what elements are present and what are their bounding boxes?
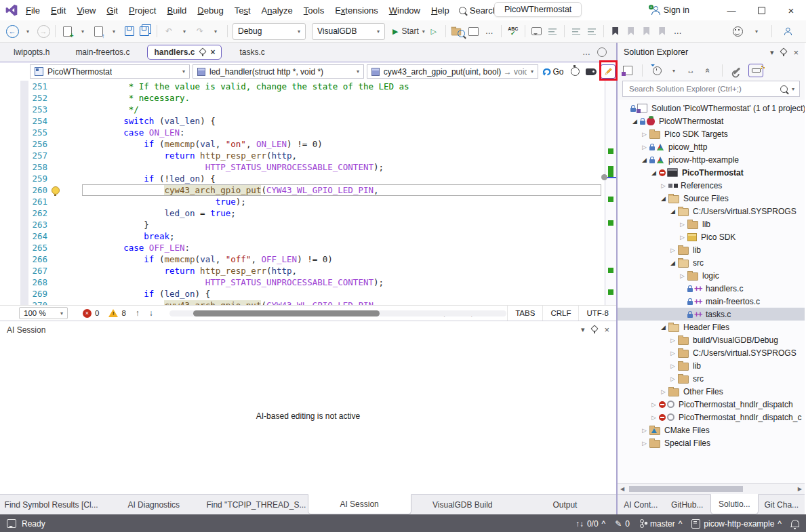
git-sync-button[interactable]: ↑↓ 0/0 ^	[576, 519, 605, 529]
tree-item-lib[interactable]: ▷lib	[618, 218, 805, 230]
expander-icon[interactable]: ▷	[639, 440, 649, 447]
tree-item-handlers-c[interactable]: ++handlers.c	[618, 282, 805, 295]
menu-git[interactable]: Git	[101, 3, 123, 18]
navigate-back-dropdown[interactable]: ▾	[21, 23, 35, 39]
tab-handlers.c[interactable]: handlers.c×	[147, 45, 222, 60]
expander-icon[interactable]: ◢	[658, 324, 668, 331]
code-line-263[interactable]: 263 }	[0, 219, 616, 230]
tree-item-picowthermostat[interactable]: ◢PicoWThermostat	[618, 115, 805, 127]
tab-solutio-[interactable]: Solutio...	[710, 494, 759, 514]
line-number[interactable]: 259	[30, 173, 47, 184]
expander-icon[interactable]: ◢	[668, 260, 678, 266]
menu-test[interactable]: Test	[229, 3, 256, 18]
tab-git-cha-[interactable]: Git Cha...	[759, 495, 805, 514]
text-editor-overflow-button[interactable]: …	[671, 23, 685, 39]
editor-vertical-scrollbar[interactable]	[605, 81, 616, 305]
close-icon[interactable]: ×	[793, 47, 799, 58]
menu-analyze[interactable]: Analyze	[256, 3, 298, 18]
notifications-button[interactable]	[791, 521, 799, 527]
code-line-268[interactable]: 268 HTTP_STATUS_UNPROCESSABLE_CONTENT);	[0, 277, 616, 288]
tree-item-picow-http[interactable]: ▷picow_http	[618, 140, 805, 153]
code-editor[interactable]: 251 * If the value is valid, change the …	[0, 81, 616, 305]
navigate-forward-button[interactable]: →	[37, 23, 50, 39]
line-number[interactable]: 252	[30, 92, 47, 104]
error-count[interactable]: 0	[95, 309, 99, 317]
menu-build[interactable]: Build	[161, 3, 192, 18]
code-line-270[interactable]: 270 cyw43_arch_gpio_put(CYW43_WL_GPIO_LE…	[0, 300, 616, 305]
tree-item-src[interactable]: ◢src	[618, 256, 805, 269]
minimize-button[interactable]: —	[717, 0, 746, 20]
line-number[interactable]: 270	[30, 300, 47, 305]
scroll-left-icon[interactable]: ◀	[620, 486, 624, 492]
collapse-all-button[interactable]: «	[702, 64, 713, 77]
toggle-comment-button[interactable]	[530, 23, 544, 39]
comment-selection-button[interactable]	[546, 23, 559, 39]
previous-bookmark-button[interactable]	[624, 23, 638, 39]
menu-view[interactable]: View	[71, 3, 101, 18]
code-line-261[interactable]: 261 true);	[0, 196, 616, 207]
tree-item-picothermostat[interactable]: ◢PicoThermostat	[618, 166, 805, 179]
expander-icon[interactable]: ◢	[649, 169, 659, 176]
tree-item-header-files[interactable]: ◢Header Files	[618, 321, 805, 333]
scrollbar-thumb[interactable]	[193, 310, 380, 316]
glyph-margin[interactable]	[47, 219, 82, 230]
expander-icon[interactable]: ▷	[639, 131, 649, 138]
properties-button[interactable]	[731, 64, 742, 77]
tab-github-[interactable]: GitHub...	[664, 495, 711, 514]
save-button[interactable]	[123, 23, 136, 39]
menu-edit[interactable]: Edit	[45, 3, 71, 18]
glyph-margin[interactable]	[47, 277, 82, 288]
maximize-button[interactable]	[746, 0, 776, 20]
undo-button[interactable]: ↶	[162, 23, 176, 39]
line-number[interactable]: 257	[30, 150, 47, 161]
tree-item-pico-sdk[interactable]: ▷Pico SDK	[618, 230, 805, 243]
gear-icon[interactable]	[597, 47, 607, 57]
line-number[interactable]: 267	[30, 265, 47, 277]
pending-edits-button[interactable]: ✎ 0	[615, 519, 630, 529]
tree-item-lib[interactable]: ▷lib	[618, 243, 805, 256]
iot-explorer-button[interactable]	[467, 23, 481, 39]
code-line-253[interactable]: 253 */	[0, 104, 616, 115]
tab-ai-session[interactable]: AI Session	[308, 494, 411, 514]
tree-item-cmake-files[interactable]: ▷CMake Files	[618, 424, 805, 436]
expander-icon[interactable]: ▷	[649, 414, 659, 421]
history-button[interactable]	[568, 64, 582, 79]
send-feedback-button[interactable]	[780, 23, 794, 39]
redo-dropdown[interactable]: ▾	[209, 23, 222, 39]
menu-window[interactable]: Window	[384, 3, 426, 18]
line-number[interactable]: 263	[30, 219, 47, 230]
line-number[interactable]: 253	[30, 104, 47, 115]
glyph-margin[interactable]	[47, 265, 82, 277]
expander-icon[interactable]: ▷	[668, 337, 678, 344]
ai-edit-toggle-button[interactable]	[601, 64, 616, 79]
glyph-margin[interactable]	[47, 242, 82, 253]
feedback-button[interactable]	[731, 23, 744, 39]
code-line-252[interactable]: 252 * necessary.	[0, 92, 616, 104]
increase-indent-button[interactable]	[585, 23, 599, 39]
expander-icon[interactable]: ▷	[668, 350, 678, 356]
line-endings[interactable]: CRLF	[542, 306, 578, 321]
tree-item-c-users-virtual-sysprogs[interactable]: ◢C:/Users/virtual.SYSPROGS	[618, 205, 805, 218]
expander-icon[interactable]: ▷	[668, 363, 678, 369]
code-line-265[interactable]: 265 case OFF_LEN:	[0, 242, 616, 253]
menu-project[interactable]: Project	[123, 3, 161, 18]
expander-icon[interactable]: ▷	[677, 221, 687, 228]
platform-dropdown[interactable]: VisualGDB▾	[312, 23, 385, 40]
code-line-254[interactable]: 254 switch (val_len) {	[0, 115, 616, 127]
line-number[interactable]: 254	[30, 115, 47, 127]
line-number[interactable]: 258	[30, 161, 47, 173]
line-number[interactable]: 260	[30, 184, 47, 196]
glyph-margin[interactable]	[47, 104, 82, 115]
code-line-257[interactable]: 257 return http_resp_err(http,	[0, 150, 616, 161]
expander-icon[interactable]: ▷	[668, 247, 678, 253]
expander-icon[interactable]: ▷	[677, 272, 687, 279]
code-line-260[interactable]: 260 cyw43_arch_gpio_put(CYW43_WL_GPIO_LE…	[0, 184, 616, 196]
scrollbar-thumb[interactable]	[629, 486, 743, 492]
toolbar-overflow-button[interactable]: …	[483, 23, 496, 39]
expander-icon[interactable]: ◢	[658, 195, 668, 202]
menu-help[interactable]: Help	[426, 3, 455, 18]
sign-in-button[interactable]: + Sign in	[651, 5, 689, 15]
tree-item-source-files[interactable]: ◢Source Files	[618, 192, 805, 205]
pin-icon[interactable]	[780, 49, 786, 56]
expander-icon[interactable]: ◢	[668, 208, 678, 215]
